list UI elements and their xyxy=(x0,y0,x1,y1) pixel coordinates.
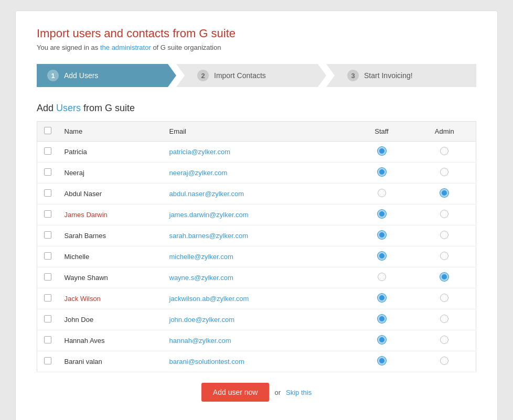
main-card: Import users and contacts from G suite Y… xyxy=(15,10,498,420)
row-admin-cell xyxy=(413,309,476,330)
row-checkbox[interactable] xyxy=(44,231,51,239)
row-checkbox[interactable] xyxy=(44,315,51,322)
skip-button[interactable]: Skip this xyxy=(286,389,312,396)
row-name: Michelle xyxy=(58,246,163,267)
row-admin-cell xyxy=(413,204,476,225)
row-email: abdul.naser@zylker.com xyxy=(163,184,350,204)
row-staff-cell xyxy=(350,163,413,184)
row-checkbox[interactable] xyxy=(44,210,51,218)
stepper: 1 Add Users 2 Import Contacts 3 Start In… xyxy=(37,64,476,87)
step-2[interactable]: 2 Import Contacts xyxy=(176,64,326,87)
row-admin-cell xyxy=(413,142,476,163)
row-name: Wayne Shawn xyxy=(58,267,163,288)
staff-radio[interactable] xyxy=(378,168,386,176)
step-1-label: Add Users xyxy=(64,71,98,80)
row-checkbox[interactable] xyxy=(44,147,51,155)
table-row: Hannah Aveshannah@zylker.com xyxy=(37,330,476,351)
row-staff-cell xyxy=(350,184,413,204)
users-tbody: Patriciapatricia@zylker.comNeerajneeraj@… xyxy=(37,142,476,372)
table-row: Jack Wilsonjackwilson.ab@zylker.com xyxy=(37,288,476,309)
row-checkbox[interactable] xyxy=(44,252,51,260)
staff-radio[interactable] xyxy=(378,357,386,365)
select-all-checkbox[interactable] xyxy=(44,127,51,134)
row-checkbox[interactable] xyxy=(44,168,51,176)
step-3[interactable]: 3 Start Invoicing! xyxy=(326,64,476,87)
step-3-number: 3 xyxy=(347,70,359,81)
row-checkbox-cell xyxy=(37,184,58,204)
admin-radio[interactable] xyxy=(440,189,448,197)
step-2-label: Import Contacts xyxy=(214,71,266,80)
row-name: Jack Wilson xyxy=(58,288,163,309)
admin-radio[interactable] xyxy=(440,252,448,260)
staff-radio[interactable] xyxy=(378,189,386,197)
admin-radio[interactable] xyxy=(440,315,448,323)
row-checkbox[interactable] xyxy=(44,357,51,364)
step-1-number: 1 xyxy=(47,70,59,81)
row-admin-cell xyxy=(413,351,476,372)
staff-radio[interactable] xyxy=(378,315,386,323)
staff-radio[interactable] xyxy=(378,210,386,218)
staff-radio[interactable] xyxy=(378,294,386,302)
table-row: Sarah Barnessarah.barnes@zylker.com xyxy=(37,225,476,246)
row-admin-cell xyxy=(413,246,476,267)
section-title-highlight: Users xyxy=(56,103,81,113)
row-email: michelle@zylker.com xyxy=(163,246,350,267)
row-email: hannah@zylker.com xyxy=(163,330,350,351)
step-3-label: Start Invoicing! xyxy=(364,71,413,80)
admin-radio[interactable] xyxy=(440,210,448,218)
admin-radio[interactable] xyxy=(440,231,448,239)
row-checkbox-cell xyxy=(37,204,58,225)
admin-radio[interactable] xyxy=(440,357,448,365)
admin-radio[interactable] xyxy=(440,336,448,344)
row-staff-cell xyxy=(350,267,413,288)
row-admin-cell xyxy=(413,184,476,204)
table-row: Abdul Naserabdul.naser@zylker.com xyxy=(37,184,476,204)
row-name: John Doe xyxy=(58,309,163,330)
users-table: Name Email Staff Admin Patriciapatricia@… xyxy=(37,121,476,372)
row-email: jackwilson.ab@zylker.com xyxy=(163,288,350,309)
bottom-bar: Add user now or Skip this xyxy=(37,372,476,407)
table-header-row: Name Email Staff Admin xyxy=(37,122,476,142)
row-admin-cell xyxy=(413,225,476,246)
table-row: Michellemichelle@zylker.com xyxy=(37,246,476,267)
table-row: Neerajneeraj@zylker.com xyxy=(37,163,476,184)
or-label: or xyxy=(274,389,281,396)
row-admin-cell xyxy=(413,330,476,351)
admin-radio[interactable] xyxy=(440,147,448,155)
staff-radio[interactable] xyxy=(378,273,386,281)
row-name: Sarah Barnes xyxy=(58,225,163,246)
staff-radio[interactable] xyxy=(378,231,386,239)
admin-link[interactable]: the administrator xyxy=(100,44,151,51)
row-checkbox[interactable] xyxy=(44,189,51,197)
staff-radio[interactable] xyxy=(378,252,386,260)
row-name: Patricia xyxy=(58,142,163,163)
row-name: Barani valan xyxy=(58,351,163,372)
row-staff-cell xyxy=(350,225,413,246)
row-checkbox[interactable] xyxy=(44,294,51,301)
row-admin-cell xyxy=(413,267,476,288)
step-1[interactable]: 1 Add Users xyxy=(37,64,176,87)
row-checkbox-cell xyxy=(37,267,58,288)
row-checkbox[interactable] xyxy=(44,336,51,343)
row-staff-cell xyxy=(350,309,413,330)
row-checkbox-cell xyxy=(37,330,58,351)
row-checkbox[interactable] xyxy=(44,273,51,281)
staff-radio[interactable] xyxy=(378,336,386,344)
table-row: Barani valanbarani@solutiontest.com xyxy=(37,351,476,372)
page-title: Import users and contacts from G suite xyxy=(37,27,476,40)
row-email: john.doe@zylker.com xyxy=(163,309,350,330)
row-name: Neeraj xyxy=(58,163,163,184)
row-name: Abdul Naser xyxy=(58,184,163,204)
staff-radio[interactable] xyxy=(378,147,386,155)
table-row: James Darwinjames.darwin@zylker.com xyxy=(37,204,476,225)
row-checkbox-cell xyxy=(37,309,58,330)
row-name: Hannah Aves xyxy=(58,330,163,351)
row-email: wayne.s@zylker.com xyxy=(163,267,350,288)
admin-radio[interactable] xyxy=(440,273,448,281)
add-user-button[interactable]: Add user now xyxy=(201,383,270,402)
row-email: barani@solutiontest.com xyxy=(163,351,350,372)
admin-radio[interactable] xyxy=(440,168,448,176)
table-row: Patriciapatricia@zylker.com xyxy=(37,142,476,163)
header-checkbox-cell xyxy=(37,122,58,142)
admin-radio[interactable] xyxy=(440,294,448,302)
